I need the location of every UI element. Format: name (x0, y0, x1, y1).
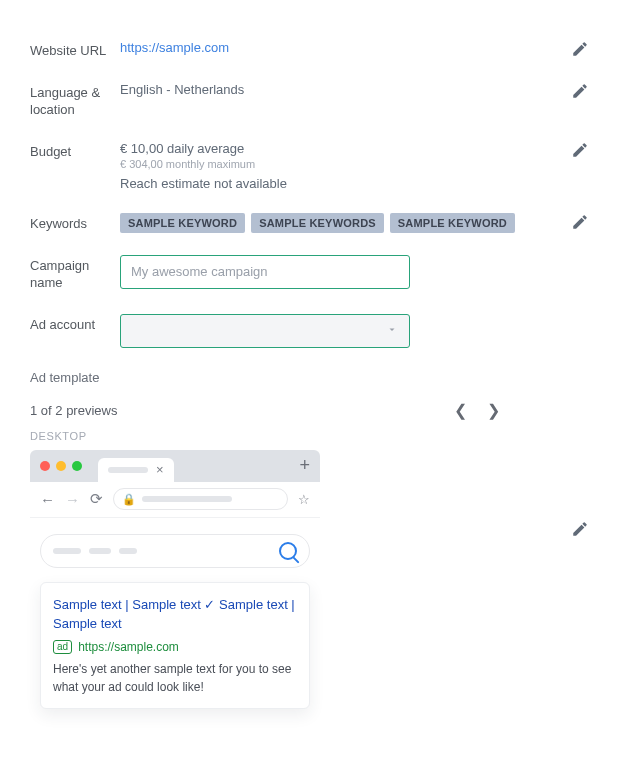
pencil-icon[interactable] (571, 82, 589, 100)
keyword-chip[interactable]: SAMPLE KEYWORD (390, 213, 515, 233)
keyword-chip[interactable]: SAMPLE KEYWORDS (251, 213, 384, 233)
pencil-icon[interactable] (571, 520, 589, 538)
plus-icon: + (299, 455, 310, 476)
next-arrow-icon[interactable]: ❯ (487, 401, 500, 420)
keywords-label: Keywords (30, 213, 120, 233)
traffic-light-minimize-icon (56, 461, 66, 471)
website-url-value[interactable]: https://sample.com (120, 40, 559, 55)
budget-label: Budget (30, 141, 120, 161)
pencil-icon[interactable] (571, 40, 589, 58)
budget-reach: Reach estimate not available (120, 176, 559, 191)
campaign-name-input[interactable] (120, 255, 410, 289)
search-icon (279, 542, 297, 560)
keyword-chip[interactable]: SAMPLE KEYWORD (120, 213, 245, 233)
ad-badge: ad (53, 640, 72, 654)
address-bar: 🔒 (113, 488, 288, 510)
traffic-light-close-icon (40, 461, 50, 471)
back-arrow-icon: ← (40, 491, 55, 508)
browser-toolbar: ← → ⟳ 🔒 ☆ (30, 482, 320, 518)
tab-title-placeholder (108, 467, 148, 473)
ad-template-section-label: Ad template (30, 370, 589, 385)
ad-title: Sample text | Sample text ✓ Sample text … (53, 595, 297, 634)
search-placeholder (119, 548, 137, 554)
search-bar (40, 534, 310, 568)
star-icon: ☆ (298, 492, 310, 507)
ad-description: Here's yet another sample text for you t… (53, 660, 297, 696)
language-location-label: Language & location (30, 82, 120, 119)
pencil-icon[interactable] (571, 141, 589, 159)
reload-icon: ⟳ (90, 490, 103, 508)
website-url-label: Website URL (30, 40, 120, 60)
language-location-value: English - Netherlands (120, 82, 559, 97)
campaign-name-label: Campaign name (30, 255, 120, 292)
ad-result-card: Sample text | Sample text ✓ Sample text … (40, 582, 310, 709)
device-label: DESKTOP (30, 430, 589, 442)
search-placeholder (89, 548, 111, 554)
lock-icon: 🔒 (122, 493, 136, 506)
browser-preview: × + ← → ⟳ 🔒 ☆ Sample text | Sample text … (30, 450, 320, 717)
ad-url: https://sample.com (78, 640, 179, 654)
browser-tabbar: × + (30, 450, 320, 482)
browser-tab: × (98, 458, 174, 482)
close-icon: × (156, 463, 164, 476)
traffic-light-zoom-icon (72, 461, 82, 471)
ad-account-label: Ad account (30, 314, 120, 334)
forward-arrow-icon: → (65, 491, 80, 508)
previews-count: 1 of 2 previews (30, 403, 117, 418)
pencil-icon[interactable] (571, 213, 589, 231)
ad-account-select[interactable] (120, 314, 410, 348)
budget-monthly: € 304,00 monthly maximum (120, 158, 559, 170)
search-placeholder (53, 548, 81, 554)
prev-arrow-icon[interactable]: ❮ (454, 401, 467, 420)
budget-daily: € 10,00 daily average (120, 141, 559, 156)
address-placeholder (142, 496, 232, 502)
